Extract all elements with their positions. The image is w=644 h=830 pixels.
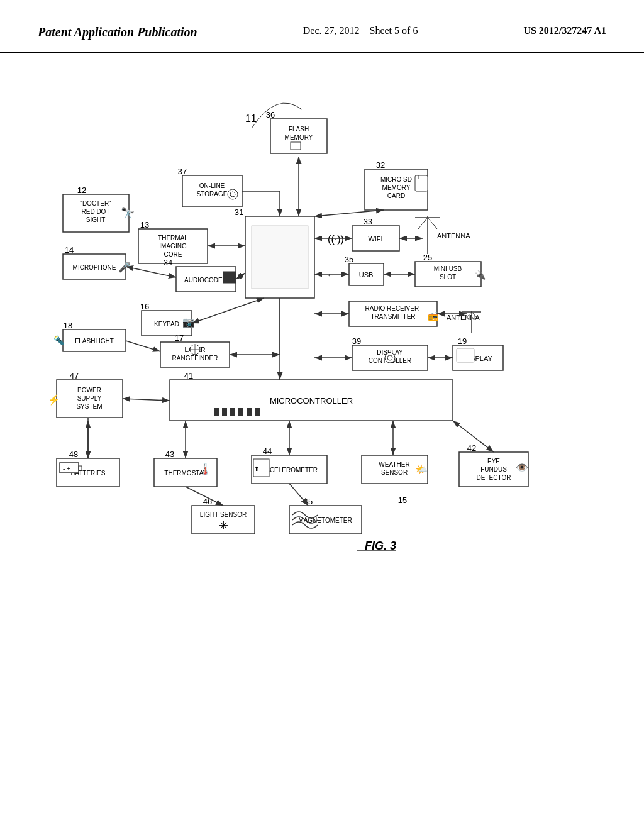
weather-label2: SENSOR: [381, 469, 408, 476]
ref-47: 47: [70, 371, 79, 380]
miniusb-label2: SLOT: [440, 274, 456, 280]
thermal-label3: CORE: [164, 251, 182, 258]
arrow-microsd-cpu: [314, 210, 384, 216]
fig-label: FIG. 3: [365, 540, 396, 552]
mc-chip5: [247, 408, 252, 416]
flashlight-icon: 🔦: [53, 335, 65, 346]
wifi-icon: ((·)): [328, 234, 344, 245]
arrow-codec-cpu: [236, 273, 245, 279]
ref-44: 44: [263, 446, 272, 456]
sdcard-icon: [415, 175, 428, 191]
antenna1-label: ANTENNA: [437, 232, 470, 240]
ref-41: 41: [184, 371, 193, 380]
ref-35: 35: [345, 255, 353, 264]
ref-42: 42: [467, 443, 476, 453]
microsd-label1: MICRO SD: [380, 176, 412, 183]
online-storage-label2: STORAGE: [197, 191, 228, 197]
mc-chip4: [238, 408, 243, 416]
display-icon: [457, 348, 474, 362]
ref-19: 19: [458, 336, 467, 346]
cpu-inner: [252, 226, 308, 289]
weather-label1: WEATHER: [379, 461, 409, 468]
radio-label1: RADIO RECEIVER-: [365, 305, 421, 312]
eyefundus-label3: DETECTOR: [477, 474, 511, 481]
flash-icon: [291, 142, 301, 150]
audiocodec-label: AUDIOCODEC: [184, 277, 227, 284]
radio-icon: 📻: [428, 311, 439, 321]
ref-13: 13: [140, 220, 149, 230]
lightsensor-icon: ✳: [219, 519, 228, 532]
arrow-flash-laser: [126, 341, 160, 351]
docter-icon: 🔭: [121, 207, 135, 221]
ref-11: 11: [245, 113, 257, 124]
power-label2: SUPPLY: [77, 395, 102, 402]
mc-chip6: [255, 408, 260, 416]
arrow-keypad-cpu: [192, 298, 264, 323]
thermostat-icon: 🌡️: [198, 462, 213, 476]
patent-number: US 2012/327247 A1: [523, 25, 606, 36]
dispctrl-icon-inner: [387, 355, 392, 360]
radio-label2: TRANSMITTER: [370, 313, 415, 320]
storage-icon-inner: [230, 192, 235, 197]
wifi-label: WIFI: [368, 235, 382, 243]
ref-25: 25: [423, 253, 432, 262]
eyefundus-label1: EYE: [487, 458, 500, 465]
power-icon: ⚡: [48, 394, 60, 406]
thermal-label1: THERMAL: [158, 235, 188, 241]
usb-icon: ←: [326, 270, 335, 280]
eye-icon: 👁️: [516, 462, 528, 473]
miniusb-label1: MINI USB: [434, 265, 462, 272]
ref-12: 12: [77, 185, 86, 195]
codec-icon: [223, 272, 236, 283]
docter-label2: RED DOT: [82, 208, 110, 215]
pub-date: Dec. 27, 2012: [303, 25, 360, 36]
mc-chip2: [222, 408, 227, 416]
publication-title: Patent Application Publication: [38, 25, 197, 40]
usb-label: USB: [359, 271, 374, 279]
flash-memory-label: FLASH: [289, 126, 309, 133]
ref-34: 34: [164, 258, 172, 267]
flashlight-label: FLASHLIGHT: [75, 338, 114, 345]
ref-31: 31: [235, 208, 243, 217]
eyefundus-label2: FUNDUS: [480, 466, 507, 473]
ref-15: 15: [398, 495, 407, 505]
magnetometer-label: MAGNETOMETER: [298, 517, 352, 524]
docter-label3: SIGHT: [86, 216, 106, 223]
ref-18: 18: [64, 321, 72, 330]
ref-17: 17: [175, 333, 184, 343]
online-storage-label: ON-LINE: [199, 182, 225, 189]
thermal-label2: IMAGING: [159, 243, 187, 250]
flash-memory-label2: MEMORY: [285, 134, 313, 141]
mc-chip3: [230, 408, 235, 416]
ref-39: 39: [352, 336, 361, 346]
diagram-area: 11 FLASH MEMORY 36 ON-LINE STORAGE 37 MI…: [0, 53, 644, 807]
docter-label1: "DOCTER": [80, 200, 111, 207]
ref-16: 16: [140, 302, 149, 311]
antenna1-arm1: [418, 218, 428, 229]
ref-33: 33: [364, 217, 372, 226]
date-sheet: Dec. 27, 2012 Sheet 5 of 6: [303, 25, 418, 36]
arrow-mic-codec: [126, 267, 176, 277]
power-label3: SYSTEM: [76, 403, 102, 410]
antenna1-arm2: [428, 218, 437, 229]
ref-37: 37: [178, 167, 187, 176]
lightsensor-label1: LIGHT SENSOR: [200, 511, 247, 518]
ref-32: 32: [376, 160, 385, 170]
laser-label2: RANGEFINDER: [172, 355, 218, 362]
battery-minus: - +: [63, 465, 70, 472]
microcontroller-label: MICROCONTROLLER: [270, 396, 353, 406]
power-label1: POWER: [77, 387, 101, 394]
battery-icon-term: [79, 466, 82, 470]
microsd-label3: CARD: [387, 192, 405, 199]
accel-icon-text: ⬆: [254, 465, 259, 472]
arrow-power-mc: [123, 399, 170, 401]
ref-14: 14: [65, 245, 74, 255]
patent-diagram: 11 FLASH MEMORY 36 ON-LINE STORAGE 37 MI…: [0, 53, 644, 807]
weather-icon: 🌤️: [415, 463, 428, 475]
page-header: Patent Application Publication Dec. 27, …: [0, 0, 644, 53]
microsd-label2: MEMORY: [382, 184, 411, 191]
mc-chip1: [214, 408, 219, 416]
keypad-icon: 📷: [182, 316, 195, 328]
microphone-label: MICROPHONE: [73, 264, 116, 271]
miniusb-icon: 🔌: [475, 270, 486, 280]
